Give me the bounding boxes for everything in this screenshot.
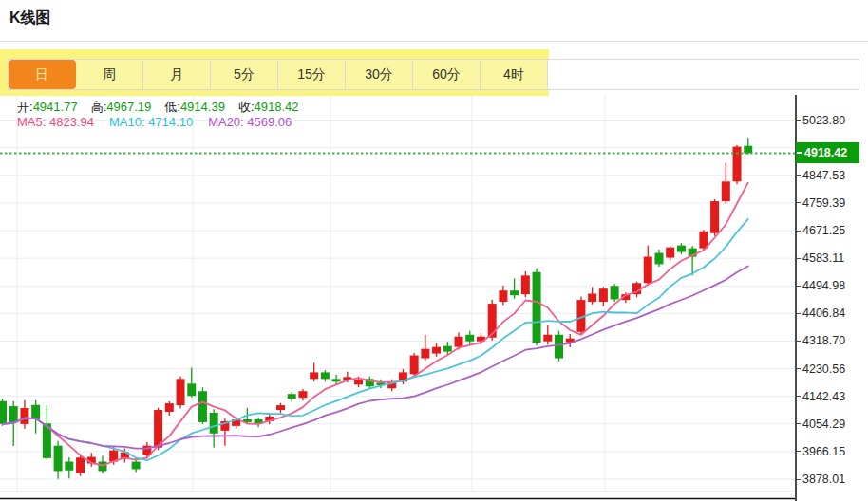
axis-tick <box>796 341 801 342</box>
axis-label: 4583.11 <box>802 250 863 266</box>
kline-chart[interactable] <box>0 90 796 501</box>
axis-tick <box>796 202 801 203</box>
axis-label: 4759.39 <box>802 195 863 211</box>
axis-tick <box>796 231 801 232</box>
axis-tick <box>796 368 801 369</box>
axis-label: 4318.70 <box>802 333 863 348</box>
ohlc-open: 开:4941.77 <box>17 100 78 114</box>
axis-tick <box>796 396 801 397</box>
axis-label: 5023.80 <box>802 113 863 128</box>
ohlc-low: 低:4914.39 <box>164 100 225 114</box>
tabbar-empty-space <box>548 60 859 89</box>
axis-label: 4054.29 <box>802 417 863 432</box>
tab-60min[interactable]: 60分 <box>413 60 481 89</box>
ohlc-close: 收:4918.42 <box>238 100 299 114</box>
ohlc-high: 高:4967.19 <box>91 100 152 114</box>
page-title: K线图 <box>9 9 51 28</box>
current-price-tag: 4918.42 <box>796 142 859 163</box>
tab-weekly[interactable]: 周 <box>76 60 143 89</box>
axis-label: 4230.56 <box>802 362 863 377</box>
ma-info: MA5: 4823.94MA10: 4714.10MA20: 4569.06 <box>17 115 307 129</box>
axis-label: 4406.84 <box>802 306 863 321</box>
kline-chart-canvas[interactable] <box>0 90 796 501</box>
tab-15min[interactable]: 15分 <box>278 60 346 89</box>
axis-label: 4494.98 <box>802 278 863 293</box>
axis-tick <box>796 286 801 287</box>
axis-label: 3966.15 <box>802 444 863 459</box>
axis-label: 4142.43 <box>802 389 863 404</box>
tab-4hour[interactable]: 4时 <box>481 60 548 89</box>
timeframe-tabbar: 日周月5分15分30分60分4时 <box>8 59 859 90</box>
axis-label: 3878.01 <box>802 472 863 487</box>
axis-tick <box>796 258 801 259</box>
title-divider <box>0 41 868 42</box>
axis-tick <box>796 120 801 121</box>
ma20-legend: MA20: 4569.06 <box>208 115 292 129</box>
tab-5min[interactable]: 5分 <box>211 60 278 89</box>
kline-page: K线图 日周月5分15分30分60分4时 开:4941.77高:4967.19低… <box>0 0 868 501</box>
axis-tick <box>796 479 801 480</box>
axis-tick <box>796 313 801 314</box>
tab-daily[interactable]: 日 <box>9 60 76 89</box>
axis-tick <box>796 175 801 176</box>
axis-label: 4847.53 <box>802 168 863 183</box>
axis-tick <box>796 423 801 424</box>
axis-label: 4671.25 <box>802 223 863 238</box>
ma10-legend: MA10: 4714.10 <box>109 115 193 129</box>
tab-30min[interactable]: 30分 <box>346 60 413 89</box>
tab-monthly[interactable]: 月 <box>143 60 211 89</box>
ohlc-info: 开:4941.77高:4967.19低:4914.39收:4918.42 <box>17 99 312 116</box>
axis-tick <box>796 451 801 452</box>
ma5-legend: MA5: 4823.94 <box>17 115 94 129</box>
